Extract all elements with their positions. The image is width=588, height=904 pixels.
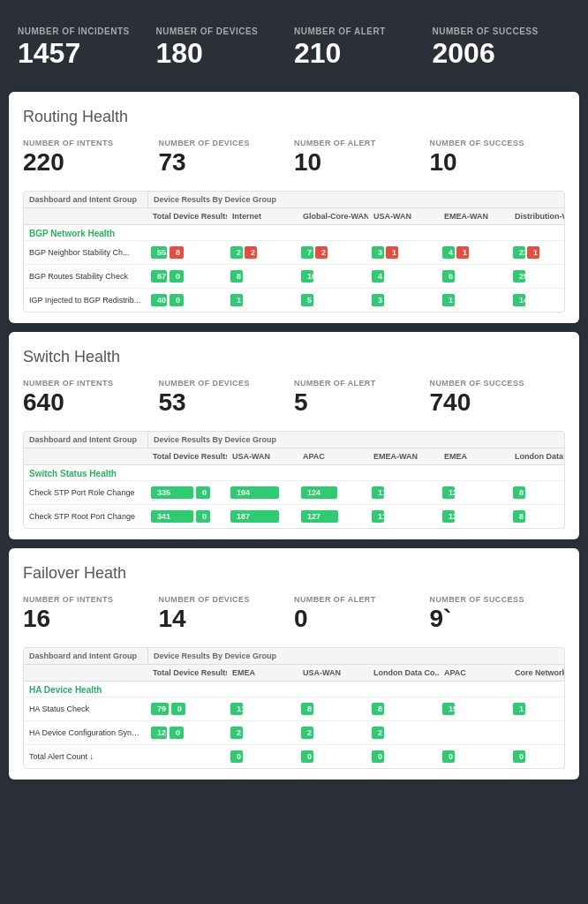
- card-metric-1-0: NUMBER OF INTENTS 640: [23, 379, 159, 417]
- bar-green-total-2-1: 12: [151, 727, 167, 739]
- bar-green-0-2-3: 1: [442, 294, 455, 306]
- col-header-2-1: EMEA: [227, 665, 298, 681]
- bar-red-0-0-0: 2: [245, 246, 257, 259]
- cell-group-2-1-1: 2: [298, 724, 368, 742]
- cell-group-1-1-0: 187: [227, 508, 298, 525]
- bar-zero-total-2-1: 0: [170, 727, 184, 739]
- bar-red-0-0-4: 1: [527, 246, 539, 259]
- col-headers-0: Total Device ResultsInternetGlobal-Core-…: [24, 207, 564, 225]
- cell-intent-2-2: Total Alert Count ↓: [24, 750, 147, 764]
- cell-intent-2-1: HA Device Configuration Sync...: [24, 726, 147, 740]
- bar-red-0-0-2: 1: [386, 246, 398, 259]
- col-header-2-2: USA-WAN: [298, 665, 368, 681]
- cell-group-1-1-2: 11: [368, 508, 439, 525]
- table-right-header-0: Device Results By Device Group: [147, 192, 564, 207]
- col-header-1-5: London Data Ce...: [509, 448, 565, 464]
- cell-intent-1-1: Check STP Root Port Change: [24, 509, 147, 524]
- card-metric-label-0-2: NUMBER OF ALERT: [294, 139, 430, 147]
- cell-group-0-0-3: 41: [439, 244, 509, 261]
- cell-group-1-1-4: 8: [509, 508, 565, 525]
- card-metric-label-2-1: NUMBER OF DEVICES: [159, 595, 295, 604]
- table-left-header-0: Dashboard and Intent Group: [24, 192, 147, 207]
- bar-green-1-0-2: 11: [372, 486, 384, 499]
- cell-group-2-0-1: 8: [298, 700, 368, 718]
- col-header-2-0: Total Device Results: [147, 665, 227, 681]
- group-label-0[interactable]: BGP Network Health: [24, 225, 564, 240]
- card-metric-0-1: NUMBER OF DEVICES 73: [159, 139, 295, 177]
- card-metric-2-1: NUMBER OF DEVICES 14: [159, 595, 295, 633]
- bar-green-0-0-2: 3: [372, 246, 384, 259]
- cell-intent-0-0: BGP Neighbor Stability Ch...: [24, 245, 147, 260]
- cell-group-1-1-3: 12: [439, 508, 509, 525]
- bar-green-total-0-1: 67: [151, 270, 167, 282]
- card-metric-2-0: NUMBER OF INTENTS 16: [23, 595, 159, 633]
- group-label-1[interactable]: Switch Status Health: [24, 465, 564, 480]
- col-header-0-4: EMEA-WAN: [439, 208, 509, 224]
- table-left-header-2: Dashboard and Intent Group: [24, 648, 147, 664]
- bar-green-1-1-2: 11: [372, 510, 384, 523]
- summary-metrics-row: NUMBER OF INCIDENTS 1457 NUMBER OF DEVIC…: [18, 26, 570, 69]
- col-header-1-0: Total Device Results: [147, 448, 227, 464]
- group-label-2[interactable]: HA Device Health: [24, 682, 564, 697]
- bar-zero-total-0-1: 0: [170, 270, 184, 282]
- table-row-1-0: Check STP Port Role Change33501941241112…: [24, 480, 564, 504]
- card-metrics-row-2: NUMBER OF INTENTS 16 NUMBER OF DEVICES 1…: [23, 595, 565, 633]
- col-intent-header-2: [24, 665, 147, 681]
- metric-value-3: 2006: [433, 38, 571, 69]
- card-metric-value-1-2: 5: [294, 389, 430, 417]
- cell-total-0-1: 670: [147, 267, 227, 285]
- bar-green-0-0-3: 4: [442, 246, 455, 259]
- bar-green-2-2-4: 0: [513, 750, 525, 763]
- cell-group-1-0-2: 11: [368, 484, 439, 501]
- summary-metric-2: NUMBER OF ALERT 210: [294, 26, 433, 69]
- col-header-0-0: Total Device Results: [147, 208, 227, 224]
- card-metric-1-2: NUMBER OF ALERT 5: [294, 379, 430, 417]
- card-metric-1-1: NUMBER OF DEVICES 53: [159, 379, 295, 417]
- cell-group-0-2-2: 3: [368, 291, 439, 309]
- cell-group-1-0-3: 12: [439, 484, 509, 501]
- bar-green-0-2-4: 14: [513, 294, 525, 306]
- card-metric-value-1-3: 740: [430, 389, 566, 417]
- cell-group-0-2-3: 1: [439, 291, 509, 309]
- bar-green-1-1-1: 127: [301, 510, 338, 523]
- metric-label-2: NUMBER OF ALERT: [294, 26, 433, 36]
- card-metric-label-0-1: NUMBER OF DEVICES: [159, 139, 295, 147]
- bar-green-2-2-2: 0: [372, 750, 384, 763]
- cell-group-0-2-0: 1: [227, 291, 298, 309]
- col-header-1-2: APAC: [298, 448, 368, 464]
- bar-green-0-2-2: 3: [372, 294, 384, 306]
- bar-green-2-0-3: 15: [442, 703, 455, 715]
- bar-green-2-0-4: 1: [513, 703, 525, 715]
- bar-green-0-2-1: 5: [301, 294, 313, 306]
- table-left-header-1: Dashboard and Intent Group: [24, 432, 147, 448]
- summary-metric-0: NUMBER OF INCIDENTS 1457: [18, 26, 156, 69]
- cell-group-2-2-4: 0: [509, 748, 565, 765]
- card-metric-value-2-1: 14: [159, 606, 295, 633]
- table-top-header-2: Dashboard and Intent Group Device Result…: [24, 648, 564, 664]
- cell-group-1-1-1: 127: [298, 508, 368, 525]
- cell-group-0-1-0: 8: [227, 267, 298, 285]
- card-metric-label-1-3: NUMBER OF SUCCESS: [430, 379, 566, 388]
- cell-group-2-0-4: 1: [509, 700, 565, 718]
- card-metric-value-2-3: 9`: [430, 606, 566, 633]
- table-top-header-1: Dashboard and Intent Group Device Result…: [24, 432, 564, 448]
- card-metric-0-2: NUMBER OF ALERT 10: [294, 139, 430, 177]
- metric-label-0: NUMBER OF INCIDENTS: [18, 26, 156, 36]
- col-headers-2: Total Device ResultsEMEAUSA-WANLondon Da…: [24, 664, 564, 682]
- bar-green-1-0-0: 194: [230, 486, 279, 499]
- cell-group-1-0-1: 124: [298, 484, 368, 501]
- col-headers-1: Total Device ResultsUSA-WANAPACEMEA-WANE…: [24, 448, 564, 465]
- bar-green-0-1-4: 25: [513, 270, 525, 282]
- metric-label-1: NUMBER OF DEVICES: [156, 26, 295, 36]
- metric-label-3: NUMBER OF SUCCESS: [433, 26, 571, 36]
- metric-value-1: 180: [156, 38, 295, 69]
- bar-green-2-1-0: 2: [230, 727, 243, 739]
- bar-green-1-1-3: 12: [442, 510, 455, 523]
- card-metric-2-2: NUMBER OF ALERT 0: [294, 595, 430, 633]
- card-metric-value-1-0: 640: [23, 389, 159, 417]
- bar-green-0-0-0: 2: [230, 246, 243, 259]
- cell-group-2-1-0: 2: [227, 724, 298, 742]
- cell-group-2-0-0: 11: [227, 700, 298, 718]
- card-metric-value-1-1: 53: [159, 389, 295, 417]
- card-1: Switch Health NUMBER OF INTENTS 640 NUMB…: [9, 332, 579, 539]
